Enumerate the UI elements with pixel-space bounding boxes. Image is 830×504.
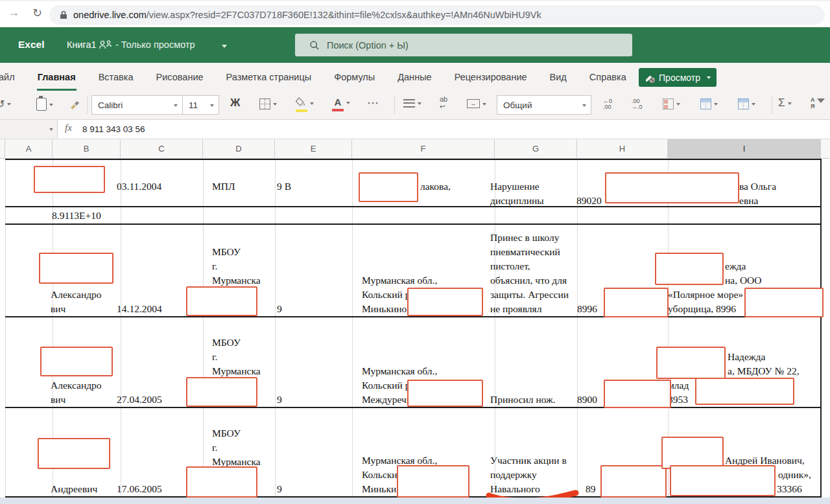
increase-decimal-button[interactable]: ←0.00 (603, 98, 612, 110)
table-right-border (820, 159, 822, 496)
cell-styles-icon (738, 98, 749, 109)
tab-formulas[interactable]: Формулы (333, 64, 375, 91)
column-header-f[interactable]: F (352, 139, 495, 159)
cell-text[interactable]: Принес в школупневматическийпистолет, об… (490, 231, 569, 316)
undo-button[interactable]: ↺ (0, 98, 11, 110)
toolbar-divider (394, 96, 395, 114)
cell-text[interactable]: Нарушениедисциплины (490, 179, 544, 208)
column-header-c[interactable]: C (121, 139, 203, 159)
font-color-button[interactable]: А (332, 97, 350, 108)
cell-text[interactable]: 89 (586, 482, 596, 496)
redaction-box (186, 377, 257, 407)
tab-review[interactable]: Рецензирование (454, 64, 528, 91)
font-size-select[interactable]: 11 (182, 95, 219, 115)
cell-text[interactable]: 9 (277, 302, 282, 316)
fill-color-button[interactable] (296, 97, 314, 109)
autosum-button[interactable]: Σ (778, 97, 792, 109)
paste-button[interactable] (36, 98, 53, 111)
cell-text[interactable]: одник», (778, 468, 811, 482)
align-button[interactable] (403, 99, 421, 108)
cell-text[interactable]: Александрович (51, 288, 102, 316)
cell-text[interactable]: МБОУг.Мурманска (212, 336, 261, 378)
tab-draw[interactable]: Рисование (156, 64, 204, 91)
viewing-mode-button[interactable]: Просмотр (639, 68, 717, 87)
tab-home[interactable]: Главная (37, 64, 77, 91)
view-only-label[interactable]: - Только просмотр (115, 40, 195, 50)
toolbar-divider (772, 96, 772, 114)
cell-text[interactable]: 8.9113E+10 (52, 209, 101, 223)
name-box[interactable] (0, 120, 58, 139)
cell-text[interactable]: 9 (277, 393, 282, 407)
cell-text[interactable]: МБОУг.Мурманска (212, 426, 261, 469)
bottom-scrollbar-strip[interactable] (0, 498, 830, 504)
column-header-g[interactable]: G (495, 139, 577, 159)
cell-text[interactable]: Александрович (51, 378, 102, 407)
wrap-text-button[interactable]: ab↩ (440, 96, 447, 110)
cell-text[interactable]: МПЛ (212, 179, 235, 194)
bold-button[interactable]: Ж (230, 97, 240, 109)
formula-input[interactable]: 8 911 343 03 56 (82, 124, 145, 134)
cell-text[interactable]: 27.04.2005 (117, 393, 162, 407)
cell-text[interactable]: 8900 (577, 393, 597, 407)
cell-text[interactable]: 9 (277, 482, 282, 496)
row-header-stub (0, 139, 5, 159)
cell-text[interactable]: «Полярное море»уборщица, 8996 (668, 288, 743, 316)
tab-data[interactable]: Данные (397, 64, 432, 91)
forward-icon[interactable]: → (8, 6, 19, 19)
borders-button[interactable] (259, 98, 277, 109)
column-header-e[interactable]: E (275, 139, 352, 159)
reload-icon[interactable]: ↻ (32, 6, 42, 20)
formula-bar: fx 8 911 343 03 56 (0, 120, 830, 139)
sort-filter-button[interactable]: АЯ (811, 97, 825, 109)
redaction-box (407, 380, 483, 407)
view-button-label: Просмотр (659, 73, 700, 83)
more-formatting-button[interactable]: ⋯ (367, 96, 379, 110)
column-header-a[interactable]: A (5, 139, 53, 159)
cell-text[interactable]: 33366 (777, 482, 802, 496)
cell-text[interactable]: 8996 (577, 302, 597, 316)
tab-page-layout[interactable]: Разметка страницы (226, 64, 313, 91)
cell-text[interactable]: 9 В (277, 179, 291, 194)
more-icon: ⋯ (367, 96, 379, 110)
gridline (275, 159, 276, 496)
cell-text[interactable]: Приносил нож. (490, 393, 556, 407)
decrease-decimal-button[interactable]: .00→.0 (632, 98, 643, 110)
gridline (203, 159, 204, 496)
cell-text[interactable]: Надеждаа, МБДОУ № 22, (728, 350, 800, 378)
font-name-select[interactable]: Calibri (91, 95, 183, 115)
cell-text[interactable]: МБОУг.Мурманска (212, 245, 261, 288)
conditional-formatting-button[interactable] (663, 98, 680, 109)
merge-cells-button[interactable]: ↔ (467, 99, 486, 108)
title-chevron-down-icon[interactable] (222, 45, 227, 51)
column-header-h[interactable]: H (577, 139, 668, 159)
cell-text[interactable]: Андреевич (51, 482, 97, 496)
document-title[interactable]: Книга1 (67, 40, 97, 50)
cell-text[interactable]: лакова, (420, 179, 451, 194)
format-as-table-button[interactable] (700, 98, 718, 109)
tab-file[interactable]: Файл (0, 64, 16, 91)
column-header-i-selected[interactable]: I (668, 139, 821, 159)
url-domain: onedrive.live.com (73, 10, 147, 20)
tab-insert[interactable]: Вставка (98, 64, 134, 91)
cell-text[interactable]: ва Ольгаевна (739, 179, 776, 208)
cell-text[interactable]: еждана, ООО (725, 259, 762, 288)
number-format-select[interactable]: Общий (497, 95, 591, 115)
column-header-filler (821, 139, 830, 159)
name-box-chevron-icon (49, 128, 53, 133)
tab-view[interactable]: Вид (549, 64, 567, 91)
tab-help[interactable]: Справка (589, 64, 627, 91)
cell-text[interactable]: 89020 (576, 194, 602, 208)
column-header-b[interactable]: B (53, 139, 121, 159)
cell-text[interactable]: 14.12.2004 (117, 302, 162, 316)
cell-text[interactable]: 17.06.2005 (117, 482, 162, 496)
cell-styles-button[interactable] (738, 98, 755, 109)
url-path: /view.aspx?resid=2F7C037D718F360E!132&it… (147, 10, 541, 20)
column-header-d[interactable]: D (203, 139, 275, 159)
cell-text[interactable]: 03.11.2004 (117, 179, 161, 194)
conditional-formatting-icon (663, 98, 674, 109)
gridline (577, 159, 578, 496)
search-input[interactable]: Поиск (Option + Ы) (295, 34, 632, 56)
shared-people-icon (99, 40, 113, 49)
format-painter-button[interactable] (69, 98, 80, 110)
address-bar[interactable]: onedrive.live.com/view.aspx?resid=2F7C03… (49, 5, 825, 25)
